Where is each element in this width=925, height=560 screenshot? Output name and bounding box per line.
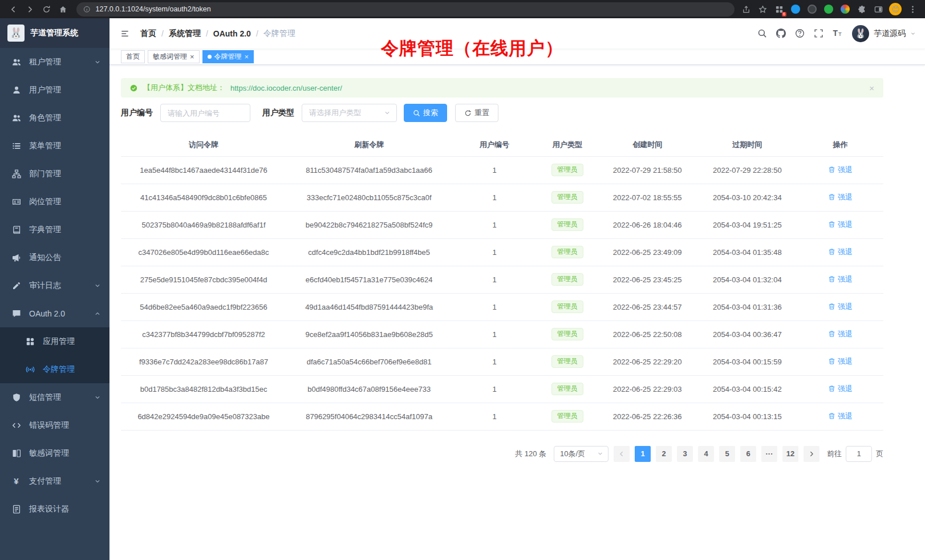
extension-icon-colorful[interactable] (839, 3, 851, 15)
page-size-select[interactable]: 10条/页 (554, 446, 608, 462)
view-tab[interactable]: 敏感词管理× (148, 50, 200, 63)
next-page-button[interactable] (804, 446, 819, 462)
force-logout-button[interactable]: 强退 (828, 384, 853, 394)
sidebar-item-notice[interactable]: 通知公告 (0, 244, 109, 271)
sidebar-item-role[interactable]: 角色管理 (0, 104, 109, 132)
help-icon[interactable] (793, 27, 806, 40)
actions-cell: 强退 (797, 375, 883, 403)
search-button[interactable]: 搜索 (404, 104, 447, 122)
browser-home-icon[interactable] (55, 2, 71, 17)
sidebar-item-oauth2[interactable]: OAuth 2.0 (0, 299, 109, 327)
page-button[interactable]: 4 (698, 446, 714, 462)
badge-icon (11, 197, 21, 206)
prev-page-button[interactable] (614, 446, 630, 462)
user-type-cell: 管理员 (537, 266, 598, 293)
extension-icon-dark[interactable] (806, 3, 818, 15)
user-type-select[interactable]: 请选择用户类型 (302, 104, 397, 122)
refresh-token-cell: cdfc4ce9c2da4bb1bdf21b9918ff4be5 (286, 238, 452, 266)
breadcrumb-item[interactable]: 系统管理 (169, 29, 201, 39)
sidebar-item-dict[interactable]: 字典管理 (0, 216, 109, 244)
sidebar-item-post[interactable]: 岗位管理 (0, 188, 109, 216)
refresh-token-cell: e6cfd40eb1f54571a31e775e039c4624 (286, 266, 452, 293)
font-size-icon[interactable]: TT (831, 27, 843, 40)
page-button[interactable]: 3 (677, 446, 693, 462)
browser-menu-icon[interactable] (907, 3, 918, 15)
side-panel-icon[interactable] (873, 3, 884, 15)
chevron-down-icon (910, 31, 916, 36)
page-button[interactable]: 2 (656, 446, 672, 462)
force-logout-button[interactable]: 强退 (828, 302, 853, 312)
sidebar-item-report-designer[interactable]: 报表设计器 (0, 495, 109, 523)
reset-button[interactable]: 重置 (455, 104, 498, 122)
tab-close-icon[interactable]: × (245, 53, 249, 60)
breadcrumb-item[interactable]: OAuth 2.0 (213, 29, 251, 38)
page-button[interactable]: 12 (782, 446, 798, 462)
sidebar-item-error-code[interactable]: 错误码管理 (0, 411, 109, 439)
alert-close-icon[interactable]: × (869, 83, 874, 93)
svg-text:T: T (833, 29, 838, 38)
tab-close-icon[interactable]: × (190, 53, 194, 60)
search-icon[interactable] (756, 27, 768, 40)
view-tab[interactable]: 首页 (121, 50, 145, 63)
app-logo[interactable]: 🐰 芋道管理系统 (0, 18, 109, 48)
tab-label: 令牌管理 (214, 52, 242, 62)
force-logout-button[interactable]: 强退 (828, 192, 853, 202)
force-logout-button[interactable]: 强退 (828, 247, 853, 257)
chevron-down-icon (94, 59, 101, 66)
force-logout-button[interactable]: 强退 (828, 165, 853, 175)
create-time-cell: 2022-06-25 22:50:08 (598, 320, 697, 348)
extension-icon-blue[interactable] (790, 3, 801, 15)
sidebar-item-oauth2-app[interactable]: 应用管理 (0, 327, 109, 355)
browser-profile-avatar[interactable]: 😊 (889, 3, 902, 15)
sidebar-item-menu[interactable]: 菜单管理 (0, 132, 109, 160)
doc-link[interactable]: https://doc.iocoder.cn/user-center/ (230, 84, 342, 92)
hamburger-icon[interactable] (117, 30, 132, 38)
user-id-input[interactable] (160, 104, 250, 122)
user-type-badge: 管理员 (551, 273, 583, 286)
column-header: 创建时间 (598, 133, 697, 156)
bookmark-star-icon[interactable] (757, 3, 768, 15)
url-bar[interactable]: 127.0.0.1:1024/system/oauth2/token (76, 2, 735, 17)
sidebar-item-sms[interactable]: 短信管理 (0, 383, 109, 411)
browser-back-icon[interactable] (6, 2, 21, 17)
more-pages-button[interactable]: ··· (761, 446, 777, 462)
breadcrumb-item[interactable]: 首页 (140, 29, 156, 39)
goto-page-input[interactable] (846, 446, 872, 462)
extension-icon-green[interactable] (823, 3, 834, 15)
extensions-grid-icon[interactable]: 6 (773, 3, 785, 15)
sidebar-item-sensitive-word[interactable]: 敏感词管理 (0, 439, 109, 467)
site-info-icon[interactable] (83, 6, 91, 13)
force-logout-button[interactable]: 强退 (828, 274, 853, 285)
breadcrumb-item: 令牌管理 (263, 29, 295, 39)
sidebar-item-pay[interactable]: ¥支付管理 (0, 467, 109, 495)
puzzle-icon[interactable] (856, 3, 867, 15)
user-menu[interactable]: 🐰 芋道源码 (852, 25, 916, 42)
sidebar-item-dept[interactable]: 部门管理 (0, 160, 109, 188)
page-button[interactable]: 6 (740, 446, 756, 462)
access-token-cell: 54d6be82ee5a460a9aedc1f9bf223656 (121, 293, 286, 320)
table-row: f9336e7c7dd242a283ee98dc86b17a87dfa6c71a… (121, 348, 883, 375)
force-logout-button[interactable]: 强退 (828, 411, 853, 421)
main-area: 首页/系统管理/OAuth 2.0/令牌管理 TT 🐰 芋道源码 首页敏感词管理… (109, 18, 925, 560)
sidebar-item-tenant[interactable]: 租户管理 (0, 48, 109, 76)
page-button[interactable]: 1 (635, 446, 651, 462)
force-logout-button[interactable]: 强退 (828, 329, 853, 339)
force-logout-button[interactable]: 强退 (828, 220, 853, 230)
table-row: 1ea5e44f8bc1467aaede43144f31de76811c5304… (121, 156, 883, 184)
chevron-down-icon (597, 451, 603, 457)
user-type-cell: 管理员 (537, 348, 598, 375)
page-button[interactable]: 5 (719, 446, 735, 462)
sidebar-item-audit-log[interactable]: 审计日志 (0, 271, 109, 299)
browser-reload-icon[interactable] (39, 2, 54, 17)
force-logout-button[interactable]: 强退 (828, 356, 853, 367)
view-tabs-bar: 首页敏感词管理×令牌管理× (109, 48, 925, 65)
view-tab[interactable]: 令牌管理× (202, 50, 254, 63)
browser-forward-icon[interactable] (22, 2, 38, 17)
user-avatar: 🐰 (852, 25, 869, 42)
user-type-badge: 管理员 (551, 191, 583, 204)
github-icon[interactable] (774, 27, 787, 40)
share-icon[interactable] (740, 3, 752, 15)
fullscreen-icon[interactable] (812, 27, 825, 40)
sidebar-item-user[interactable]: 用户管理 (0, 76, 109, 104)
sidebar-item-oauth2-token[interactable]: 令牌管理 (0, 355, 109, 383)
